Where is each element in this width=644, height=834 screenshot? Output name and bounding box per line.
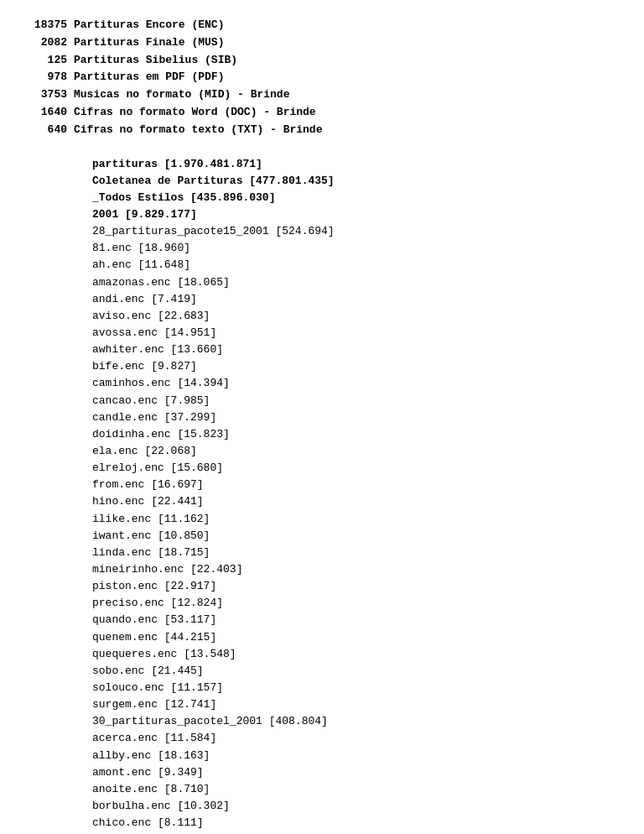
file-entry: solouco.enc [11.157] [92,680,619,696]
summary-count: 978 [25,69,67,86]
summary-count: 3753 [25,86,67,104]
summary-count: 125 [25,52,67,70]
file-list-section: partituras [1.970.481.871]Coletanea de P… [92,156,619,834]
file-entry: hino.enc [22.441] [92,493,619,510]
file-entry: surgem.enc [12.741] [92,696,619,713]
file-entry: 30_partituras_pacotel_2001 [408.804] [92,713,619,730]
summary-label: Partituras Finale (MUS) [74,34,224,52]
file-entry: elreloj.enc [15.680] [92,460,619,477]
summary-count: 1640 [25,104,67,122]
file-entry: allby.enc [18.163] [92,748,619,764]
file-entry: iwant.enc [10.850] [92,528,619,545]
file-entry: caminhos.enc [14.394] [92,375,619,392]
file-entry: from.enc [16.697] [92,477,619,493]
file-entry: awhiter.enc [13.660] [92,341,619,358]
file-entry: 28_partituras_pacote15_2001 [524.694] [92,223,619,240]
summary-count: 640 [25,122,67,139]
summary-label: Musicas no formato (MID) - Brinde [74,86,289,104]
summary-count: 2082 [25,34,67,52]
file-entry: quenem.enc [44.215] [92,629,619,646]
file-entry: linda.enc [18.715] [92,545,619,561]
file-entry: Coletanea de Partituras [477.801.435] [92,173,619,190]
summary-section: 18375Partituras Encore (ENC)2082Partitur… [25,17,619,139]
file-entry: 2001 [9.829.177] [92,206,619,223]
file-entry: ah.enc [11.648] [92,257,619,274]
summary-label: Cifras no formato texto (TXT) - Brinde [74,122,322,139]
summary-label: Partituras em PDF (PDF) [74,69,224,86]
file-entry: ilike.enc [11.162] [92,511,619,528]
summary-line: 3753Musicas no formato (MID) - Brinde [25,86,619,104]
summary-line: 1640Cifras no formato Word (DOC) - Brind… [25,104,619,122]
file-entry: quequeres.enc [13.548] [92,646,619,663]
summary-line: 18375Partituras Encore (ENC) [25,17,619,34]
file-entry: mineirinho.enc [22.403] [92,561,619,578]
file-entry: amont.enc [9.349] [92,764,619,781]
file-entry: avossa.enc [14.951] [92,325,619,341]
file-entry: aviso.enc [22.683] [92,308,619,325]
summary-label: Partituras Encore (ENC) [74,17,224,34]
file-entry: borbulha.enc [10.302] [92,798,619,815]
file-entry: bife.enc [9.827] [92,358,619,375]
summary-line: 978Partituras em PDF (PDF) [25,69,619,86]
file-entry: cancao.enc [7.985] [92,393,619,409]
file-entry: _Todos Estilos [435.896.030] [92,190,619,206]
file-entry: chico.enc [8.111] [92,815,619,831]
file-entry: ela.enc [22.068] [92,443,619,460]
file-entry: partituras [1.970.481.871] [92,156,619,173]
file-entry: candle.enc [37.299] [92,409,619,426]
file-entry: anoite.enc [8.710] [92,781,619,798]
file-entry: 81.enc [18.960] [92,240,619,257]
summary-label: Partituras Sibelius (SIB) [74,52,237,70]
summary-label: Cifras no formato Word (DOC) - Brinde [74,104,316,122]
summary-line: 125Partituras Sibelius (SIB) [25,52,619,70]
summary-line: 2082Partituras Finale (MUS) [25,34,619,52]
summary-line: 640Cifras no formato texto (TXT) - Brind… [25,122,619,139]
file-entry: sobo.enc [21.445] [92,663,619,680]
file-entry: acerca.enc [11.584] [92,730,619,747]
file-entry: amazonas.enc [18.065] [92,274,619,291]
file-entry: doidinha.enc [15.823] [92,426,619,443]
summary-count: 18375 [25,17,67,34]
file-entry: quando.enc [53.117] [92,612,619,628]
file-entry: piston.enc [22.917] [92,578,619,595]
file-entry: andi.enc [7.419] [92,291,619,308]
file-entry: preciso.enc [12.824] [92,595,619,612]
